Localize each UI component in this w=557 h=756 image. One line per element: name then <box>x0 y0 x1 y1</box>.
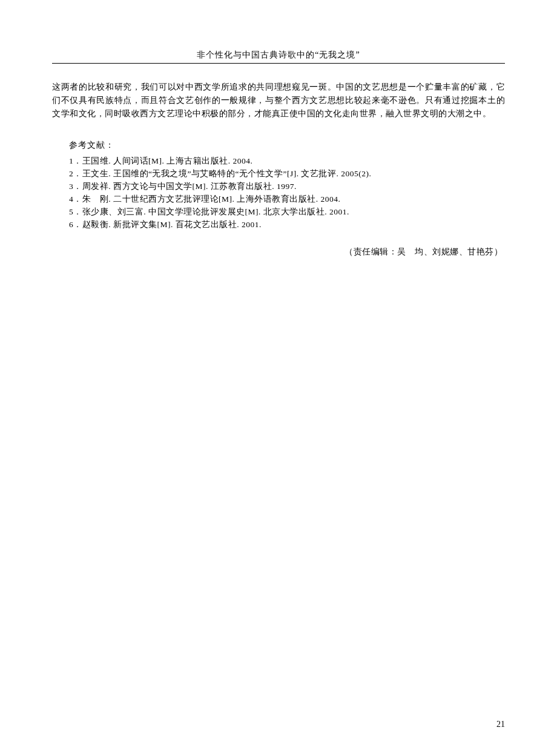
body-paragraph: 这两者的比较和研究，我们可以对中西文学所追求的共同理想窥见一斑。中国的文艺思想是… <box>52 81 505 121</box>
reference-item: 2．王文生. 王国维的“无我之境”与艾略特的“无个性文学”[J]. 文艺批评. … <box>69 167 505 180</box>
page-content: 非个性化与中国古典诗歌中的“无我之境” 这两者的比较和研究，我们可以对中西文学所… <box>0 0 557 282</box>
reference-item: 5．张少康、刘三富. 中国文学理论批评发展史[M]. 北京大学出版社. 2001… <box>69 205 505 218</box>
page-number: 21 <box>496 720 505 729</box>
responsible-editors: （责任编辑：吴 均、刘妮娜、甘艳芬） <box>52 247 505 257</box>
reference-item: 3．周发祥. 西方文论与中国文学[M]. 江苏教育出版社. 1997. <box>69 180 505 193</box>
reference-item: 6．赵毅衡. 新批评文集[M]. 百花文艺出版社. 2001. <box>69 218 505 231</box>
reference-item: 1．王国维. 人间词话[M]. 上海古籍出版社. 2004. <box>69 154 505 167</box>
running-header-title: 非个性化与中国古典诗歌中的“无我之境” <box>52 50 505 61</box>
references-heading: 参考文献： <box>69 140 505 151</box>
references-section: 参考文献： 1．王国维. 人间词话[M]. 上海古籍出版社. 2004. 2．王… <box>52 140 505 231</box>
header-divider <box>52 63 505 64</box>
reference-item: 4．朱 刚. 二十世纪西方文艺批评理论[M]. 上海外语教育出版社. 2004. <box>69 193 505 205</box>
